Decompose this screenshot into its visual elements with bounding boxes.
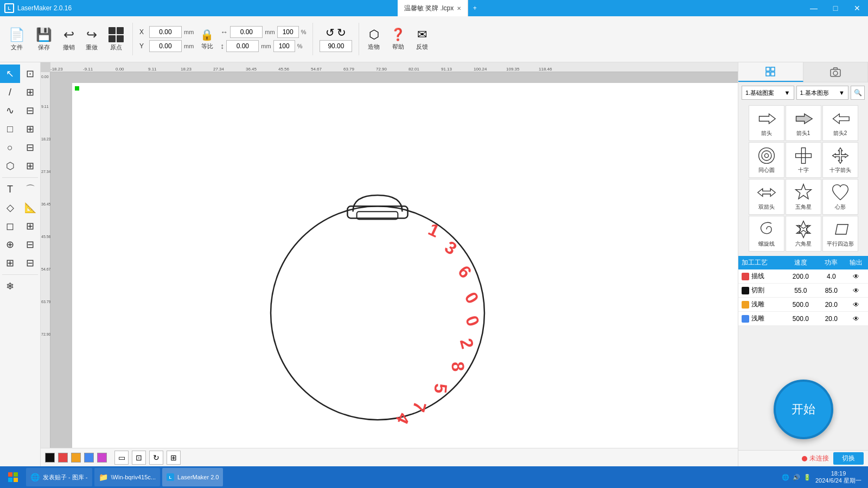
color-black[interactable] [45,453,55,463]
shape-cross[interactable]: 十字 [786,142,821,178]
undo-button[interactable]: ↩ 撤销 [59,25,79,54]
tab-add[interactable]: + [468,2,481,15]
mirror-tool[interactable]: ⊟ [20,254,40,272]
process-row-2[interactable]: 浅雕 500.0 20.0 👁 [738,298,868,312]
color-blue[interactable] [84,453,94,463]
lock-button[interactable]: 🔒 等比 [198,26,216,53]
title-bar: L LaserMaker 2.0.16 温馨敏 奖牌 .lcpx ✕ + — □… [0,0,868,16]
table-tool[interactable]: ⊞ [0,254,20,272]
snowflake-tool[interactable]: ❄ [0,277,20,296]
text-tool[interactable]: T [0,180,20,198]
drawing-area[interactable]: 1 3 6 0 0 2 8 5 [72,83,738,466]
taskbar-app-lasermaker[interactable]: L LaserMaker 2.0 [162,468,223,486]
node-tool[interactable]: ⊡ [20,65,40,83]
color-red[interactable] [58,453,68,463]
canvas-white[interactable]: 1 3 6 0 0 2 8 5 [72,83,738,466]
rect-tool[interactable]: □ [0,120,20,138]
active-tab[interactable]: 温馨敏 奖牌 .lcpx ✕ [398,0,468,16]
shape-double-arrow[interactable]: 双箭头 [749,179,784,215]
save-button[interactable]: 💾 保存 [31,25,56,54]
process-eye-1[interactable]: 👁 [848,287,865,294]
maximize-button[interactable]: □ [825,0,846,16]
path-button[interactable]: ↻ [149,451,163,465]
shape-concentric[interactable]: 同心圆 [749,142,784,178]
array-tool[interactable]: ⊞ [20,157,40,175]
ellipse-tool[interactable]: ○ [0,138,20,157]
h-row: ↕ mm % [220,40,306,52]
width-input[interactable] [230,26,263,38]
y-input[interactable] [149,40,182,52]
ruler2-tool[interactable]: ⊟ [20,235,40,254]
curve-tool[interactable]: ∿ [0,101,20,120]
origin-button[interactable]: 原点 [104,25,128,54]
measure-tool[interactable]: 📐 [20,198,40,217]
shape-star6[interactable]: 六角星 [786,216,821,252]
help-button[interactable]: ❓ 帮助 [386,25,410,53]
pen-tool[interactable]: / [0,83,20,101]
x-input[interactable] [149,26,182,38]
color-orange[interactable] [71,453,81,463]
poly-tool[interactable]: ⬡ [0,157,20,175]
shape-parallelogram[interactable]: 平行四边形 [822,216,858,252]
tool-row-3: ∿ ⊟ [0,101,40,120]
shape-arrow1[interactable]: 箭头1 [786,105,821,141]
redo-button[interactable]: ↪ 重做 [81,25,102,54]
shape-arrow2[interactable]: 箭头2 [822,105,858,141]
fill-tool[interactable]: ◇ [0,198,20,217]
volume-icon: 🔊 [793,474,800,481]
svg-rect-26 [795,153,811,157]
select-mode-button[interactable]: ▭ [114,451,129,465]
object-button[interactable]: ⬡ 造物 [363,25,384,53]
canvas-content[interactable]: 1 3 6 0 0 2 8 5 [50,72,738,466]
process-row-1[interactable]: 切割 55.0 85.0 👁 [738,284,868,298]
process-row-3[interactable]: 浅雕 500.0 20.0 👁 [738,312,868,326]
color-purple[interactable] [97,453,107,463]
rotate-ccw-button[interactable]: ↺ [326,26,335,39]
process-row-0[interactable]: 描线 200.0 4.0 👁 [738,269,868,284]
process-eye-2[interactable]: 👁 [848,301,865,309]
h-pct-input[interactable] [273,40,295,52]
file-button[interactable]: 📄 文件 [4,25,29,54]
shape-arrow0[interactable]: 箭头 [749,105,784,141]
tab-close[interactable]: ✕ [457,5,461,11]
canvas-area[interactable]: -18.23 -9.11 0.00 9.11 18.23 27.34 36.45… [41,62,738,466]
shape-heart[interactable]: 心形 [822,179,858,215]
shape-type-dropdown[interactable]: 1.基本图形 ▼ [796,86,849,100]
shape-category-dropdown[interactable]: 1.基础图案 ▼ [742,86,794,100]
w-pct-input[interactable] [277,26,299,38]
tool-group-3: ❄ [0,277,40,296]
rotate-cw-button[interactable]: ↻ [337,26,346,39]
search-shapes-button[interactable]: 🔍 [851,86,865,100]
align-tool[interactable]: ⊟ [20,138,40,157]
text-arc-tool[interactable]: ⌒ [20,180,40,198]
lasso-button[interactable]: ⊡ [132,451,146,465]
process-eye-0[interactable]: 👁 [848,273,865,280]
node-edit-tool[interactable]: ⊞ [20,83,40,101]
shape-cross-arrow[interactable]: 十字箭头 [822,142,858,178]
shape-spiral[interactable]: 螺旋线 [749,216,784,252]
taskbar-app-browser[interactable]: 🌐 发表贴子 - 图库 - [26,468,92,486]
tab-camera[interactable] [803,62,869,82]
shape-tool[interactable]: ⊟ [20,101,40,120]
height-input[interactable] [226,40,259,52]
windows-start-button[interactable] [2,466,24,488]
shape-star5[interactable]: 五角星 [786,179,821,215]
select-tool[interactable]: ↖ [0,65,20,83]
cross-arrow-icon [831,146,850,165]
erase-tool[interactable]: ◻ [0,217,20,235]
process-eye-3[interactable]: 👁 [848,315,865,323]
crop-tool[interactable]: ⊞ [20,217,40,235]
feedback-button[interactable]: ✉ 反馈 [412,25,432,53]
tool-group-2: T ⌒ ◇ 📐 ◻ ⊞ ⊕ ⊟ ⊞ ⊟ [0,180,40,272]
grid-view-button[interactable]: ⊞ [167,451,181,465]
grid-tool[interactable]: ⊞ [20,120,40,138]
tab-layout[interactable] [738,62,803,82]
layer-tool[interactable]: ⊕ [0,235,20,254]
minimize-button[interactable]: — [803,0,825,16]
connect-switch-button[interactable]: 切换 [833,452,864,465]
app-title: LaserMaker 2.0.16 [17,4,72,12]
taskbar-app-explorer[interactable]: 📁 \Win-bqriv415c... [94,468,161,486]
start-button[interactable]: 开始 [774,380,833,439]
close-button[interactable]: ✕ [846,0,868,16]
rotate-input[interactable] [320,40,352,52]
